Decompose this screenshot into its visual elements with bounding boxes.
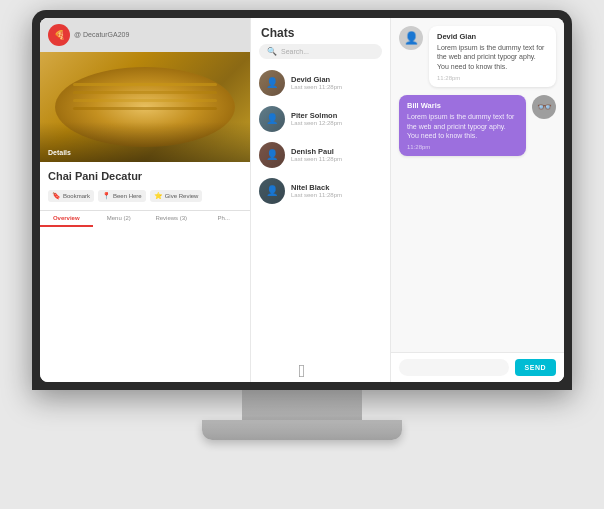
message-input[interactable] — [399, 359, 509, 376]
tab-more[interactable]: Ph... — [198, 211, 251, 227]
chat-lastseen-piter: Last seen 12:28pm — [291, 120, 382, 126]
send-button[interactable]: SEND — [515, 359, 556, 376]
chat-lastseen-denish: Last seen 11:28pm — [291, 156, 382, 162]
review-icon: ⭐ — [154, 192, 163, 200]
tab-reviews[interactable]: Reviews (3) — [145, 211, 198, 227]
monitor-body: 🍕 @ DecaturGA209 Details Chai Pani Decat… — [32, 10, 572, 390]
message-input-row: SEND — [391, 352, 564, 382]
bookmark-button[interactable]: 🔖 Bookmark — [48, 190, 94, 202]
search-icon: 🔍 — [267, 47, 277, 56]
chat-avatar-denish: 👤 — [259, 142, 285, 168]
search-placeholder: Search... — [281, 48, 309, 55]
chat-avatar-nitel: 👤 — [259, 178, 285, 204]
monitor: 🍕 @ DecaturGA209 Details Chai Pani Decat… — [12, 10, 592, 500]
msg-sender-received: Devid Gian — [437, 32, 548, 41]
chats-panel: Chats 🔍 Search... 👤 Devid Gian Last — [250, 18, 390, 382]
tab-menu-label: Menu (2) — [107, 215, 131, 221]
chat-item-piter[interactable]: 👤 Piter Solmon Last seen 12:28pm — [251, 101, 390, 137]
been-here-label: Been Here — [113, 193, 142, 199]
monitor-stand-base — [202, 420, 402, 440]
avatar-face-piter: 👤 — [266, 113, 278, 124]
restaurant-tabs: Overview Menu (2) Reviews (3) Ph... — [40, 210, 250, 227]
msg-sender-sent: Bill Waris — [407, 101, 518, 110]
msg-avatar-icon-sent: 👓 — [537, 100, 552, 114]
chat-info-devid: Devid Gian Last seen 11:28pm — [291, 75, 382, 90]
avatar-face-devid: 👤 — [266, 77, 278, 88]
tab-reviews-label: Reviews (3) — [155, 215, 187, 221]
chat-lastseen-devid: Last seen 11:28pm — [291, 84, 382, 90]
chat-lastseen-nitel: Last seen 11:28pm — [291, 192, 382, 198]
chat-avatar-piter: 👤 — [259, 106, 285, 132]
chat-name-denish: Denish Paul — [291, 147, 382, 156]
food-image-overlay — [40, 122, 250, 162]
msg-text-sent: Lorem ipsum is the dummy text for the we… — [407, 112, 518, 141]
been-here-icon: 📍 — [102, 192, 111, 200]
tab-overview-label: Overview — [53, 215, 80, 221]
msg-time-sent: 11:28pm — [407, 144, 518, 150]
review-label: Give Review — [165, 193, 199, 199]
chat-name-nitel: Nitel Black — [291, 183, 382, 192]
message-row-sent: 👓 Bill Waris Lorem ipsum is the dummy te… — [399, 95, 556, 156]
chat-name-devid: Devid Gian — [291, 75, 382, 84]
chats-title: Chats — [251, 18, 390, 44]
send-label: SEND — [525, 364, 546, 371]
msg-bubble-received: Devid Gian Lorem ipsum is the dummy text… — [429, 26, 556, 87]
restaurant-header: 🍕 @ DecaturGA209 — [40, 18, 250, 52]
chat-info-denish: Denish Paul Last seen 11:28pm — [291, 147, 382, 162]
bookmark-label: Bookmark — [63, 193, 90, 199]
msg-time-received: 11:28pm — [437, 75, 548, 81]
food-image: Details — [40, 52, 250, 162]
tab-more-label: Ph... — [218, 215, 230, 221]
msg-avatar-sent: 👓 — [532, 95, 556, 119]
chat-avatar-devid: 👤 — [259, 70, 285, 96]
chat-item-devid[interactable]: 👤 Devid Gian Last seen 11:28pm — [251, 65, 390, 101]
msg-avatar-received: 👤 — [399, 26, 423, 50]
monitor-stand-top — [242, 390, 362, 420]
tab-overview[interactable]: Overview — [40, 211, 93, 227]
restaurant-actions: 🔖 Bookmark 📍 Been Here ⭐ Give Review — [40, 186, 250, 206]
app-logo: 🍕 — [48, 24, 70, 46]
restaurant-name: Chai Pani Decatur — [40, 162, 250, 186]
food-image-label: Details — [48, 149, 71, 156]
tab-menu[interactable]: Menu (2) — [93, 211, 146, 227]
avatar-face-denish: 👤 — [266, 149, 278, 160]
messages-body: 👤 Devid Gian Lorem ipsum is the dummy te… — [391, 18, 564, 352]
restaurant-username: @ DecaturGA209 — [74, 31, 129, 38]
left-panel: 🍕 @ DecaturGA209 Details Chai Pani Decat… — [40, 18, 250, 382]
msg-bubble-sent: Bill Waris Lorem ipsum is the dummy text… — [399, 95, 526, 156]
apple-icon:  — [299, 361, 306, 381]
chat-info-nitel: Nitel Black Last seen 11:28pm — [291, 183, 382, 198]
chat-item-denish[interactable]: 👤 Denish Paul Last seen 11:28pm — [251, 137, 390, 173]
app-screen: 🍕 @ DecaturGA209 Details Chai Pani Decat… — [40, 18, 564, 382]
chats-search[interactable]: 🔍 Search... — [259, 44, 382, 59]
monitor-screen: 🍕 @ DecaturGA209 Details Chai Pani Decat… — [40, 18, 564, 382]
bookmark-icon: 🔖 — [52, 192, 61, 200]
app-logo-icon: 🍕 — [54, 30, 65, 40]
apple-logo:  — [299, 361, 306, 382]
msg-text-received: Lorem ipsum is the dummy text for the we… — [437, 43, 548, 72]
chat-info-piter: Piter Solmon Last seen 12:28pm — [291, 111, 382, 126]
message-row-received: 👤 Devid Gian Lorem ipsum is the dummy te… — [399, 26, 556, 87]
review-button[interactable]: ⭐ Give Review — [150, 190, 203, 202]
been-here-button[interactable]: 📍 Been Here — [98, 190, 146, 202]
msg-avatar-icon-received: 👤 — [404, 31, 419, 45]
chat-name-piter: Piter Solmon — [291, 111, 382, 120]
chat-list: 👤 Devid Gian Last seen 11:28pm 👤 — [251, 65, 390, 382]
message-panel: 👤 Devid Gian Lorem ipsum is the dummy te… — [390, 18, 564, 382]
avatar-face-nitel: 👤 — [266, 185, 278, 196]
chat-item-nitel[interactable]: 👤 Nitel Black Last seen 11:28pm — [251, 173, 390, 209]
